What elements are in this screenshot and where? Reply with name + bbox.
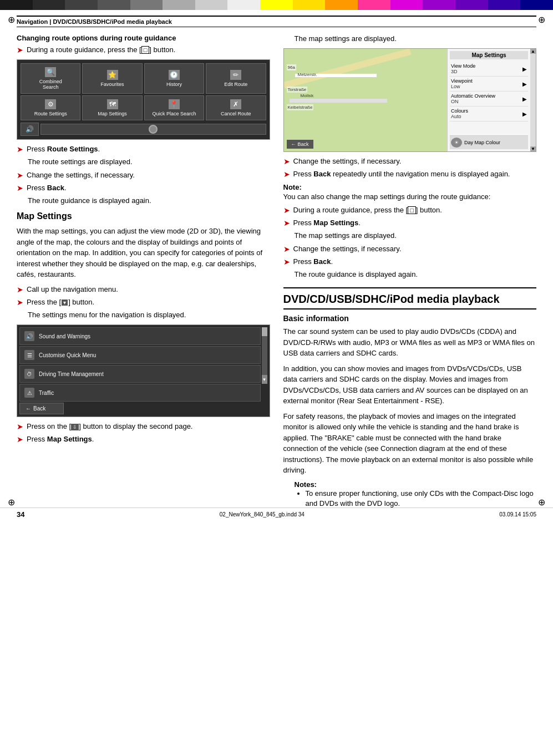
right-indent-1: The map settings are displayed. <box>295 231 537 241</box>
arrow-icon-2: ➤ <box>17 145 23 154</box>
nav-item-label-4: Edit Route <box>224 82 247 87</box>
nav-item-edit-route: ✏ Edit Route <box>206 63 266 94</box>
color-block-1 <box>0 0 33 10</box>
right-indent-2: The route guidance is displayed again. <box>295 270 537 280</box>
color-block-11 <box>325 0 358 10</box>
nav-item-label-7: Quick Place Search <box>152 111 196 116</box>
top-color-bar <box>0 0 553 10</box>
settings-scroll-thumb <box>262 327 267 336</box>
right-bullet-6: ➤ Press Back. <box>283 257 537 267</box>
bullet-item-2: ➤ Press Route Settings. <box>17 144 270 154</box>
map-back-label: Back <box>298 141 309 147</box>
map-settings-icon: 🗺 <box>107 99 118 109</box>
map-setting-colours-arrow: ▶ <box>522 111 527 117</box>
note-label: Note: <box>283 183 537 191</box>
nav-item-favourites: ⭐ Favourites <box>82 63 142 94</box>
color-block-13 <box>390 0 423 10</box>
color-block-10 <box>293 0 326 10</box>
settings-item-traffic-label: Traffic <box>39 390 54 396</box>
bullet-item-6: ➤ Press the [▾] button. <box>17 297 270 307</box>
bullet-item-4: ➤ Press Back. <box>17 183 270 193</box>
bullet-text-5: Call up the navigation menu. <box>27 285 270 295</box>
nav-menu-inner: 🔍 CombinedSearch ⭐ Favourites 🕐 History <box>17 60 270 139</box>
arrow-icon-1: ➤ <box>17 45 23 54</box>
map-label-mollstr: Mollstr. <box>301 93 314 98</box>
map-setting-viewmode: View Mode 3D ▶ <box>450 62 528 77</box>
right-arrow-4: ➤ <box>283 219 290 227</box>
note-text: You can also change the map settings dur… <box>283 191 537 202</box>
map-setting-viewmode-label: View Mode <box>451 63 475 69</box>
settings-item-quick-menu-label: Customise Quick Menu <box>39 352 96 358</box>
settings-scroll-down: ▼ <box>262 375 267 384</box>
right-indent-map: The map settings are displayed. <box>295 34 537 44</box>
combined-search-icon: 🔍 <box>45 67 56 77</box>
bullet-text-6: Press the [▾] button. <box>27 297 270 307</box>
main-content: Changing route options during route guid… <box>17 34 536 512</box>
bullet-item-1: ➤ During a route guidance, press the [□]… <box>17 45 270 55</box>
right-bullet-text-3: During a route guidance, press the [□] b… <box>293 205 537 215</box>
map-scroll-down-arrow: ▼ <box>530 146 536 151</box>
bullet-item-7: ➤ Press on the [⇩] button to display the… <box>17 422 270 432</box>
footer-date-info: 03.09.14 15:05 <box>499 511 536 517</box>
arrow-icon-4: ➤ <box>17 184 23 192</box>
settings-item-sound-label: Sound and Warnings <box>39 333 90 339</box>
bullet-text-8: Press Map Settings. <box>27 434 270 444</box>
right-bullet-text-1: Change the settings, if necessary. <box>293 156 537 166</box>
right-arrow-5: ➤ <box>283 245 290 253</box>
body-3: For safety reasons, the playback of movi… <box>283 411 537 476</box>
color-block-9 <box>260 0 293 10</box>
day-colour-icon: ☀ <box>451 138 462 148</box>
map-label-96a: 96a <box>287 64 296 70</box>
nav-item-map-settings: 🗺 Map Settings <box>82 95 142 120</box>
settings-scrollbar: ▼ <box>262 327 267 384</box>
map-setting-viewpoint-val: Low <box>451 84 473 89</box>
section1-title: Changing route options during route guid… <box>17 34 270 42</box>
right-bullet-text-5: Change the settings, if necessary. <box>293 244 537 254</box>
color-block-2 <box>33 0 65 10</box>
settings-item-driving-time: ⏱ Driving Time Management <box>19 365 261 383</box>
body-1: The car sound system can be used to play… <box>283 326 537 359</box>
indent-2: The route guidance is displayed again. <box>28 196 270 206</box>
bullet-item-3: ➤ Change the settings, if necessary. <box>17 170 270 180</box>
settings-item-sound: 🔊 Sound and Warnings <box>19 327 261 345</box>
breadcrumb: Navigation | DVD/CD/USB/SDHC/iPod media … <box>17 18 172 25</box>
color-block-5 <box>130 0 163 10</box>
bullet-item-5: ➤ Call up the navigation menu. <box>17 285 270 295</box>
settings-item-driving-time-label: Driving Time Management <box>39 371 104 377</box>
edit-route-icon: ✏ <box>230 70 241 80</box>
right-bullet-1: ➤ Change the settings, if necessary. <box>283 156 537 166</box>
right-arrow-2: ➤ <box>283 170 290 179</box>
nav-item-label-2: Favourites <box>101 82 124 87</box>
cancel-route-icon: ✗ <box>230 99 241 109</box>
nav-item-label-8: Cancel Route <box>221 111 251 116</box>
map-setting-viewpoint: Viewpoint Low ▶ <box>450 77 528 92</box>
settings-menu-wrap: 🔊 Sound and Warnings ☰ Customise Quick M… <box>19 327 267 402</box>
right-bullet-text-4: Press Map Settings. <box>293 218 537 228</box>
map-screenshot-inner: 96a Metzerstr. Torstraße Mollstr. Keibel… <box>284 49 536 151</box>
color-block-17 <box>520 0 553 10</box>
settings-item-quick-menu: ☰ Customise Quick Menu <box>19 346 261 364</box>
nav-item-label-6: Map Settings <box>98 111 127 116</box>
settings-item-traffic: ⚠ Traffic <box>19 384 261 402</box>
map-setting-viewpoint-arrow: ▶ <box>522 81 527 87</box>
reg-mark-tl: ⊕ <box>8 14 15 25</box>
nav-item-label-5: Route Settings <box>34 111 67 116</box>
page-header: Navigation | DVD/CD/USB/SDHC/iPod media … <box>17 16 536 27</box>
nav-item-route-settings: ⚙ Route Settings <box>21 95 80 120</box>
nav-item-history: 🕐 History <box>144 63 204 94</box>
right-bullet-3: ➤ During a route guidance, press the [□]… <box>283 205 537 215</box>
nav-menu-grid: 🔍 CombinedSearch ⭐ Favourites 🕐 History <box>21 63 266 120</box>
color-block-16 <box>488 0 521 10</box>
arrow-icon-5: ➤ <box>17 285 23 294</box>
indent-1: The route settings are displayed. <box>28 157 270 167</box>
notes-item-1: To ensure proper functioning, use only C… <box>306 489 537 509</box>
reg-mark-bl: ⊕ <box>8 497 15 508</box>
map-screenshot-box: 96a Metzerstr. Torstraße Mollstr. Keibel… <box>283 48 537 152</box>
map-setting-viewpoint-label: Viewpoint <box>451 78 473 84</box>
map-settings-panel-title: Map Settings <box>450 51 528 59</box>
page-wrapper: ⊕ ⊕ ⊕ ⊕ Navigation | DVD/CD/USB/SDHC/iPo… <box>0 10 553 523</box>
color-block-6 <box>163 0 195 10</box>
right-bullet-5: ➤ Change the settings, if necessary. <box>283 244 537 254</box>
map-setting-autooverview-label: Automatic Overview <box>451 93 495 99</box>
bullet-text-7: Press on the [⇩] button to display the s… <box>27 422 270 432</box>
